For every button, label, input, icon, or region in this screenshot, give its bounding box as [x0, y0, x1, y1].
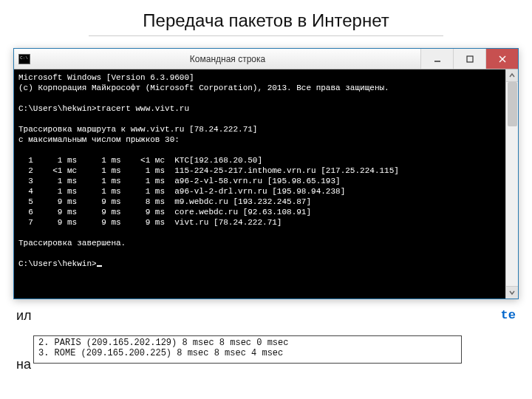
console-output[interactable]: Microsoft Windows [Version 6.3.9600] (c)… — [14, 69, 518, 299]
window-title: Командная строка — [35, 54, 420, 64]
scroll-thumb[interactable] — [508, 82, 517, 126]
maximize-icon — [466, 55, 474, 63]
window-titlebar[interactable]: Командная строка — [14, 49, 518, 69]
chevron-down-icon — [509, 290, 515, 296]
maximize-button[interactable] — [453, 49, 485, 69]
close-button[interactable] — [485, 49, 518, 69]
close-icon — [499, 55, 506, 63]
command-prompt-window: Командная строка Microsoft Windows [Vers… — [13, 48, 519, 299]
text-cursor — [97, 265, 102, 267]
window-control-buttons — [420, 49, 518, 69]
cmd-app-icon — [18, 54, 30, 64]
scroll-up-button[interactable] — [506, 69, 518, 82]
bg-trace-box: 2. PARIS (209.165.202.129) 8 msec 8 msec… — [33, 335, 462, 364]
vertical-scrollbar[interactable] — [505, 69, 518, 299]
minimize-icon — [434, 55, 441, 63]
slide-title: Передача пакетов в Интернет — [89, 0, 443, 36]
chevron-up-icon — [509, 72, 515, 78]
scroll-down-button[interactable] — [506, 286, 518, 299]
svg-rect-1 — [467, 56, 473, 62]
minimize-button[interactable] — [420, 49, 453, 69]
